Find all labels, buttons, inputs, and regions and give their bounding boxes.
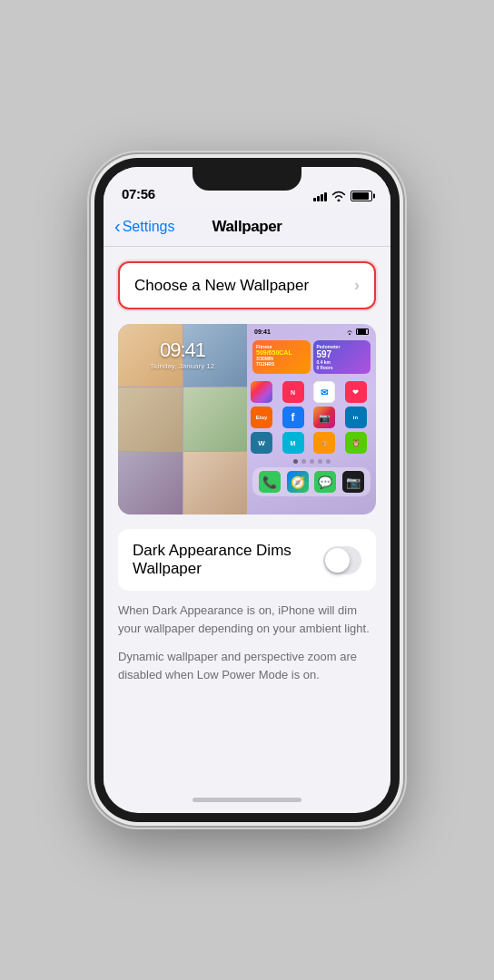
choose-wallpaper-label: Choose a New Wallpaper <box>134 277 309 295</box>
dark-appearance-toggle[interactable] <box>323 546 361 574</box>
battery-fill <box>352 192 369 200</box>
signal-icon <box>313 191 327 201</box>
collage-cell-6 <box>183 452 248 514</box>
home-status-bar: 09:41 <box>247 324 376 337</box>
wifi-icon <box>331 191 346 201</box>
lock-time: 09:41 <box>118 338 247 362</box>
collage-cell-4 <box>183 387 248 450</box>
home-indicator[interactable] <box>104 786 390 813</box>
chevron-right-icon: › <box>354 276 360 295</box>
home-status-icons <box>345 328 369 335</box>
app-linkedin: in <box>345 407 367 428</box>
app-email: ✉ <box>313 381 335 403</box>
lock-time-overlay: 09:41 Sunday, January 12 <box>118 338 247 370</box>
choose-wallpaper-button[interactable]: Choose a New Wallpaper › <box>118 261 376 309</box>
dock-safari: 🧭 <box>287 471 309 493</box>
home-apps-grid-row2: Etsy f 📷 in <box>247 405 376 430</box>
choose-wallpaper-container: Choose a New Wallpaper › <box>118 261 376 309</box>
description-low-power: Dynamic wallpaper and perspective zoom a… <box>118 648 376 683</box>
notch <box>193 167 301 191</box>
back-chevron-icon: ‹ <box>114 217 121 235</box>
home-screen-preview: 09:41 <box>247 324 376 514</box>
nav-bar: ‹ Settings Wallpaper <box>104 207 390 247</box>
home-apps-grid-row3: W M 🎨 🦉 <box>247 430 376 456</box>
collage-cell-5 <box>118 452 183 514</box>
home-dock: 📞 🧭 💬 📷 <box>252 467 370 496</box>
app-facebook: f <box>282 407 304 428</box>
home-bar <box>193 798 301 802</box>
home-widgets: Fitness 509/650CAL 3/30MIN 7/12HRS Pedom… <box>247 337 376 377</box>
app-etsy: Etsy <box>251 407 272 428</box>
home-time: 09:41 <box>254 328 271 335</box>
home-wifi-icon <box>345 328 354 335</box>
toggle-knob <box>325 548 350 573</box>
phone-inner: 07:56 <box>94 158 400 822</box>
collage-cell-3 <box>118 387 183 450</box>
status-icons <box>313 191 372 201</box>
dark-appearance-section: Dark Appearance Dims Wallpaper <box>118 529 376 591</box>
home-apps-grid-row1: N ✉ ❤ <box>247 379 376 405</box>
page-dots <box>247 459 376 464</box>
dock-phone: 📞 <box>259 471 281 493</box>
status-time: 07:56 <box>122 186 155 201</box>
page-title: Wallpaper <box>212 218 282 236</box>
content-area: Choose a New Wallpaper › <box>104 247 390 786</box>
wallpaper-preview[interactable]: 09:41 Sunday, January 12 09:41 <box>118 324 376 514</box>
lock-date: Sunday, January 12 <box>118 362 247 370</box>
app-news: N <box>282 381 304 403</box>
dark-appearance-row: Dark Appearance Dims Wallpaper <box>118 529 376 591</box>
phone-shell: 07:56 <box>91 154 403 826</box>
app-duolingo: 🦉 <box>345 432 367 454</box>
back-label: Settings <box>123 219 175 235</box>
fitness-widget: Fitness 509/650CAL 3/30MIN 7/12HRS <box>252 340 311 374</box>
dark-appearance-label: Dark Appearance Dims Wallpaper <box>133 542 323 578</box>
dock-messages: 💬 <box>314 471 336 493</box>
description-dark-appearance: When Dark Appearance is on, iPhone will … <box>118 602 376 637</box>
lock-screen-preview: 09:41 Sunday, January 12 <box>118 324 247 514</box>
back-button[interactable]: ‹ Settings <box>114 218 174 235</box>
battery-icon <box>351 191 372 201</box>
dock-camera: 📷 <box>342 471 364 493</box>
app-health: ❤ <box>345 381 367 403</box>
app-wordpress: W <box>251 432 272 454</box>
app-mero: M <box>282 432 304 454</box>
screen: 07:56 <box>104 167 390 813</box>
home-battery-icon <box>356 328 369 335</box>
app-photos <box>251 381 272 403</box>
app-collage: 🎨 <box>313 432 335 454</box>
pedometer-widget: Pedometer 597 0.4 km 0 floors <box>313 340 371 374</box>
app-instagram: 📷 <box>313 407 335 428</box>
